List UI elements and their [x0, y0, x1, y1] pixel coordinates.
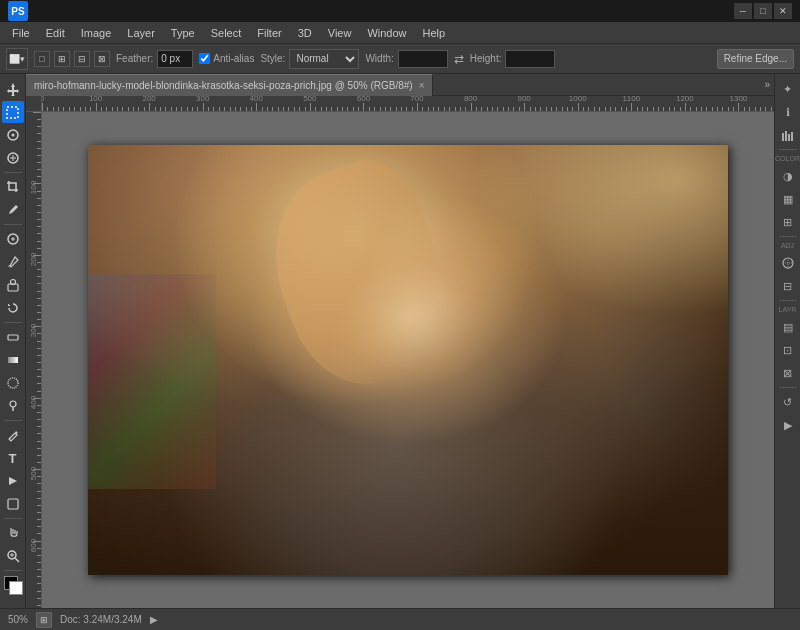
- pen-tool[interactable]: [2, 424, 24, 446]
- eyedropper-tool[interactable]: [2, 199, 24, 221]
- maximize-button[interactable]: □: [754, 3, 772, 19]
- lasso-tool[interactable]: [2, 124, 24, 146]
- right-sep-4: [779, 387, 797, 388]
- svg-marker-0: [7, 83, 19, 96]
- svg-point-12: [8, 378, 18, 388]
- gradient-tool[interactable]: [2, 349, 24, 371]
- brush-tool[interactable]: [2, 251, 24, 273]
- crop-tool[interactable]: [2, 176, 24, 198]
- layers-section-label: LAYR: [779, 306, 797, 313]
- tool-preset-btn[interactable]: ⬜▾: [6, 48, 28, 70]
- antialias-checkbox[interactable]: [199, 53, 210, 64]
- healing-tool[interactable]: [2, 228, 24, 250]
- paths-panel-btn[interactable]: ⊠: [777, 362, 799, 384]
- close-button[interactable]: ✕: [774, 3, 792, 19]
- tool-sep-3: [4, 322, 22, 323]
- add-selection-btn[interactable]: ⊞: [54, 51, 70, 67]
- new-selection-btn[interactable]: □: [34, 51, 50, 67]
- zoom-tool[interactable]: [2, 545, 24, 567]
- histogram-panel-btn[interactable]: [777, 124, 799, 146]
- actions-panel-btn[interactable]: ▶: [777, 414, 799, 436]
- clone-stamp-tool[interactable]: [2, 274, 24, 296]
- info-panel-btn[interactable]: ℹ: [777, 101, 799, 123]
- minimize-button[interactable]: ─: [734, 3, 752, 19]
- feather-input[interactable]: [157, 50, 193, 68]
- svg-rect-11: [8, 357, 18, 363]
- tool-preset-group: ⬜▾ □ ⊞ ⊟ ⊠: [6, 48, 110, 70]
- type-tool[interactable]: T: [2, 447, 24, 469]
- doc-scroll-arrow[interactable]: »: [760, 79, 774, 90]
- color-panel-btn[interactable]: ◑: [777, 165, 799, 187]
- eraser-tool[interactable]: [2, 326, 24, 348]
- width-group: Width:: [365, 50, 447, 68]
- layers-panel-btn[interactable]: ▤: [777, 316, 799, 338]
- doc-tab-close[interactable]: ×: [419, 80, 425, 91]
- swap-dimensions-btn[interactable]: ⇄: [454, 52, 464, 66]
- channels-panel-btn[interactable]: ⊡: [777, 339, 799, 361]
- menu-type[interactable]: Type: [163, 25, 203, 41]
- width-label: Width:: [365, 53, 393, 64]
- navigator-panel-btn[interactable]: ✦: [777, 78, 799, 100]
- properties-panel-btn[interactable]: ⊟: [777, 275, 799, 297]
- svg-rect-22: [788, 134, 790, 141]
- document-tab[interactable]: miro-hofmann-lucky-model-blondinka-kraso…: [26, 74, 433, 96]
- menu-select[interactable]: Select: [203, 25, 250, 41]
- menu-filter[interactable]: Filter: [249, 25, 289, 41]
- color-swatches[interactable]: [2, 576, 24, 596]
- path-select-tool[interactable]: [2, 470, 24, 492]
- menu-layer[interactable]: Layer: [119, 25, 163, 41]
- tool-sep-2: [4, 224, 22, 225]
- antialias-label: Anti-alias: [213, 53, 254, 64]
- menu-bar: File Edit Image Layer Type Select Filter…: [0, 22, 800, 44]
- history-panel-btn[interactable]: ↺: [777, 391, 799, 413]
- quick-select-tool[interactable]: [2, 147, 24, 169]
- main-area: T miro-hofmann-lucky-model-blondinka-kra…: [0, 74, 800, 608]
- height-input[interactable]: [505, 50, 555, 68]
- menu-help[interactable]: Help: [415, 25, 454, 41]
- menu-image[interactable]: Image: [73, 25, 120, 41]
- intersect-selection-btn[interactable]: ⊠: [94, 51, 110, 67]
- style-select[interactable]: Normal Fixed Ratio Fixed Size: [289, 49, 359, 69]
- zoom-controls: 50%: [8, 614, 28, 625]
- swatches-panel-btn[interactable]: ▦: [777, 188, 799, 210]
- title-bar-left: PS: [8, 1, 28, 21]
- svg-rect-21: [785, 131, 787, 141]
- svg-rect-23: [791, 132, 793, 141]
- height-group: Height:: [470, 50, 556, 68]
- menu-file[interactable]: File: [4, 25, 38, 41]
- feather-label: Feather:: [116, 53, 153, 64]
- menu-window[interactable]: Window: [359, 25, 414, 41]
- ps-logo: PS: [8, 1, 28, 21]
- right-sep-3: [779, 300, 797, 301]
- refine-edge-button[interactable]: Refine Edge...: [717, 49, 794, 69]
- photo-container: [88, 145, 728, 575]
- marquee-rect-tool[interactable]: [2, 101, 24, 123]
- move-tool[interactable]: [2, 78, 24, 100]
- blur-tool[interactable]: [2, 372, 24, 394]
- canvas-with-rulers: 0100200300400500600700800900100011001200…: [26, 96, 774, 608]
- status-arrow-btn[interactable]: ▶: [150, 614, 158, 625]
- shape-tool[interactable]: [2, 493, 24, 515]
- svg-line-17: [15, 558, 19, 562]
- adjustments-section-label: ADJ: [781, 242, 794, 249]
- style-label: Style:: [260, 53, 285, 64]
- right-sep-2: [779, 236, 797, 237]
- adjustments-panel-btn[interactable]: [777, 252, 799, 274]
- subtract-selection-btn[interactable]: ⊟: [74, 51, 90, 67]
- zoom-fit-btn[interactable]: ⊞: [36, 612, 52, 628]
- menu-3d[interactable]: 3D: [290, 25, 320, 41]
- hand-tool[interactable]: [2, 522, 24, 544]
- antialias-checkbox-label[interactable]: Anti-alias: [199, 53, 254, 64]
- width-input[interactable]: [398, 50, 448, 68]
- svg-point-3: [11, 134, 14, 137]
- styles-panel-btn[interactable]: ⊞: [777, 211, 799, 233]
- menu-edit[interactable]: Edit: [38, 25, 73, 41]
- menu-view[interactable]: View: [320, 25, 360, 41]
- title-bar-controls: ─ □ ✕: [734, 3, 792, 19]
- options-bar: ⬜▾ □ ⊞ ⊟ ⊠ Feather: Anti-alias Style: No…: [0, 44, 800, 74]
- zoom-percentage: 50%: [8, 614, 28, 625]
- history-brush-tool[interactable]: [2, 297, 24, 319]
- dodge-tool[interactable]: [2, 395, 24, 417]
- vertical-ruler: 100200300400500600700: [26, 112, 42, 608]
- right-sep-1: [779, 149, 797, 150]
